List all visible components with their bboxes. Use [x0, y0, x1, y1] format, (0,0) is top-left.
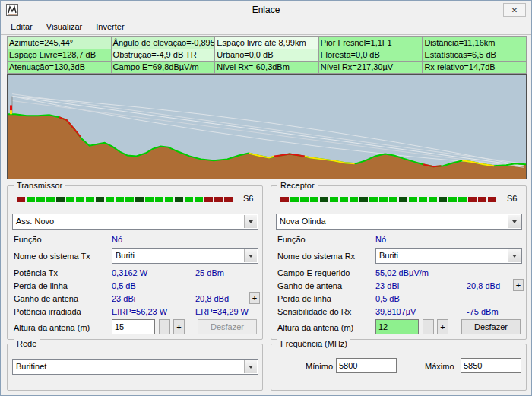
tx-role-label: Função	[14, 235, 42, 244]
rx-height-increase-button[interactable]: +	[437, 319, 448, 334]
meter-segment	[429, 197, 437, 202]
meter-segment	[125, 197, 134, 202]
meter-segment	[46, 197, 55, 202]
frequency-legend: Freqüência (MHz)	[277, 338, 350, 349]
chevron-down-icon	[508, 215, 521, 228]
rx-antenna-gain-label: Ganho de antena	[277, 281, 342, 290]
rx-gain-plus-button[interactable]: +	[513, 279, 524, 291]
network-select[interactable]: Buritinet	[12, 359, 258, 375]
meter-segment	[56, 197, 65, 202]
meter-segment	[478, 197, 486, 202]
elevation-profile-svg	[8, 75, 526, 179]
transmitter-panel: Transmissor S6 Ass. Novo Função Nó Nome …	[7, 185, 263, 340]
tx-line-loss-label: Perda de linha	[14, 281, 68, 290]
menu-bar: Editar Visualizar Inverter	[1, 19, 531, 35]
transmitter-legend: Transmissor	[14, 180, 65, 191]
tx-antenna-gain-dbd: 20,8 dBd	[195, 294, 229, 303]
meter-segment	[300, 197, 309, 202]
meter-segment	[116, 197, 124, 202]
meter-segment	[204, 197, 213, 202]
meter-segment	[399, 197, 407, 202]
window-title: Enlace	[1, 5, 531, 15]
tx-erp-value: ERP=34,29 W	[195, 307, 249, 316]
receiver-legend: Receptor	[277, 180, 318, 191]
title-bar: Enlace ✕	[1, 1, 531, 19]
meter-segment	[468, 197, 477, 202]
meter-segment	[330, 197, 338, 202]
tx-radiated-label: Potência irradiada	[14, 307, 81, 316]
frequency-max-label: Máximo	[425, 362, 454, 371]
meter-segment	[419, 197, 427, 202]
rx-site-select[interactable]: Nova Olinda	[276, 214, 522, 230]
meter-segment	[389, 197, 397, 202]
elevation-profile-chart	[7, 74, 527, 179]
meter-segment	[96, 197, 104, 202]
tx-power-watts: 0,3162 W	[112, 268, 147, 277]
status-cell: Urbano=0,0 dB	[215, 49, 319, 62]
tx-height-decrease-button[interactable]: -	[159, 319, 170, 334]
meter-segment	[76, 197, 84, 202]
meter-segment	[379, 197, 388, 202]
rx-antenna-gain-dbd: 20,8 dBd	[467, 281, 500, 290]
meter-segment	[36, 197, 45, 202]
tx-line-loss-value: 0,5 dB	[112, 281, 136, 290]
tx-antenna-height-input[interactable]	[112, 319, 155, 334]
rx-sensitivity-uv: 39,8107µV	[375, 307, 416, 316]
meter-segment	[224, 197, 233, 202]
meter-segment	[175, 197, 183, 202]
tx-system-selected: Buriti	[116, 251, 135, 260]
tx-system-label: Nome do sistema Tx	[14, 252, 90, 261]
freq-min-input[interactable]	[336, 358, 397, 373]
menu-item-inverter[interactable]: Inverter	[89, 20, 131, 33]
rx-sensitivity-label: Sensibilidade do Rx	[277, 307, 351, 316]
tx-undo-button[interactable]: Desfazer	[198, 319, 257, 334]
meter-segment	[145, 197, 154, 202]
rx-height-decrease-button[interactable]: -	[423, 319, 434, 334]
rx-system-label: Nome do sistema Rx	[277, 252, 355, 261]
meter-segment	[280, 197, 289, 202]
rx-efield-value: 55,02 dBµV/m	[375, 268, 429, 277]
meter-segment	[458, 197, 467, 202]
meter-segment	[135, 197, 144, 202]
status-cell: Rx relativo=14,7dB	[423, 62, 527, 74]
status-cell: Nível Rx=-60,3dBm	[215, 62, 319, 74]
menu-item-editar[interactable]: Editar	[4, 20, 40, 33]
status-cell: Obstrução=-4,9 dB TR	[112, 49, 216, 62]
rx-system-selected: Buriti	[379, 251, 398, 260]
rx-efield-label: Campo E requerido	[277, 268, 350, 277]
tx-height-increase-button[interactable]: +	[173, 319, 185, 334]
meter-segment	[214, 197, 223, 202]
rx-line-loss-value: 0,5 dB	[375, 294, 400, 303]
tx-antenna-gain-label: Ganho de antena	[14, 294, 78, 303]
status-cell: Nível Rx=217,30µV	[319, 62, 423, 74]
tx-antenna-gain-dbi: 23 dBi	[112, 294, 135, 303]
status-cell: Floresta=0,0 dB	[319, 49, 423, 62]
rx-antenna-gain-dbi: 23 dBi	[375, 281, 399, 290]
menu-item-visualizar[interactable]: Visualizar	[40, 20, 90, 33]
rx-undo-button[interactable]: Desfazer	[461, 319, 521, 334]
network-selected: Buritinet	[16, 362, 46, 371]
meter-segment	[66, 197, 74, 202]
chevron-down-icon	[244, 360, 257, 373]
status-cell: Campo E=69,8dBµV/m	[112, 62, 216, 74]
meter-segment	[185, 197, 193, 202]
status-cell: Ângulo de elevação=-0,895°	[112, 37, 216, 49]
rx-system-select[interactable]: Buriti	[375, 248, 522, 264]
frequency-panel: Freqüência (MHz) Mínimo Máximo	[271, 344, 527, 391]
rx-antenna-height-input[interactable]	[375, 319, 419, 334]
tx-signal-meter	[17, 197, 233, 202]
rx-role-label: Função	[277, 235, 306, 244]
meter-segment	[439, 197, 447, 202]
meter-segment	[340, 197, 348, 202]
tx-gain-plus-button[interactable]: +	[249, 292, 260, 304]
tx-site-selected: Ass. Novo	[16, 217, 54, 226]
meter-segment	[165, 197, 173, 202]
tx-system-select[interactable]: Buriti	[112, 248, 258, 264]
rx-signal-meter	[280, 197, 496, 202]
close-button[interactable]: ✕	[503, 3, 526, 17]
freq-max-input[interactable]	[461, 358, 521, 373]
tx-site-select[interactable]: Ass. Novo	[12, 214, 258, 230]
status-cell: Atenuação=130,3dB	[8, 62, 112, 74]
meter-segment	[27, 197, 35, 202]
network-panel: Rede Buritinet	[7, 344, 263, 391]
